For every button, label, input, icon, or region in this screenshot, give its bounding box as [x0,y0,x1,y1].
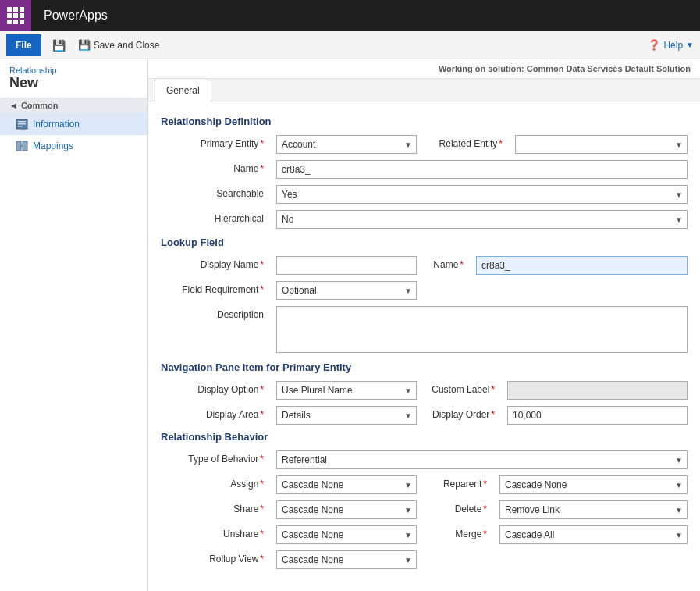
common-label: Common [21,101,59,110]
searchable-control: YesNo ▼ [276,185,688,204]
app-grid-button[interactable] [0,0,31,31]
delete-control: Remove LinkCascade AllCascade ActiveRest… [499,500,688,519]
lookup-name-input[interactable] [476,256,688,275]
custom-label-control [507,381,688,400]
sidebar-section-common[interactable]: ◄ Common [0,98,147,113]
primary-entity-label: Primary Entity* [161,135,270,149]
type-of-behavior-select[interactable]: ReferentialReferential, Restrict DeleteP… [276,450,688,469]
name-control [276,160,688,179]
description-textarea[interactable] [276,306,688,353]
collapse-icon: ◄ [9,101,18,110]
related-entity-control: ▼ [515,135,688,154]
assign-select[interactable]: Cascade NoneCascade AllCascade ActiveCas… [276,475,417,494]
content-area: Working on solution: Common Data Service… [148,59,700,591]
display-order-input[interactable] [507,406,688,425]
unshare-merge-row: Unshare* Cascade NoneCascade AllCascade … [161,525,688,544]
toolbar: File 💾 💾 Save and Close ❓ Help ▼ [0,31,700,59]
rollup-view-control: Cascade NoneCascade AllCascade ActiveCas… [276,550,417,569]
help-icon: ❓ [648,39,660,51]
share-select[interactable]: Cascade NoneCascade AllCascade ActiveCas… [276,500,417,519]
main-layout: Relationship New ◄ Common Information Ma… [0,59,700,591]
svg-rect-3 [18,126,23,127]
save-icon-button[interactable]: 💾 [48,36,70,55]
app-title: PowerApps [31,9,120,23]
svg-rect-5 [23,141,27,151]
type-of-behavior-row: Type of Behavior* ReferentialReferential… [161,450,688,469]
save-close-button[interactable]: 💾 Save and Close [73,36,165,54]
reparent-select-wrap: Cascade NoneCascade AllCascade ActiveCas… [499,475,688,494]
navigation-pane-title: Navigation Pane Item for Primary Entity [161,361,688,373]
sidebar-header: Relationship New [0,59,147,98]
lookup-field-title: Lookup Field [161,237,688,248]
rollup-view-label: Rollup View* [161,550,270,564]
merge-select-wrap: Cascade AllCascade NoneCascade Active ▼ [499,525,688,544]
lookup-display-name-control [276,256,417,275]
rollup-view-row: Rollup View* Cascade NoneCascade AllCasc… [161,550,688,569]
field-requirement-select[interactable]: OptionalBusiness RecommendedBusiness Req… [276,281,417,300]
field-requirement-label: Field Requirement* [161,281,270,295]
svg-rect-4 [16,141,21,151]
related-entity-select[interactable] [515,135,688,154]
sidebar-item-mappings[interactable]: Mappings [0,135,147,157]
help-dropdown-icon: ▼ [686,41,694,49]
lookup-name-label: Name* [423,256,470,270]
name-input[interactable] [276,160,688,179]
merge-select[interactable]: Cascade AllCascade NoneCascade Active [499,525,688,544]
assign-reparent-row: Assign* Cascade NoneCascade AllCascade A… [161,475,688,494]
display-order-control [507,406,688,425]
merge-control: Cascade AllCascade NoneCascade Active ▼ [499,525,688,544]
tab-general[interactable]: General [155,80,211,101]
assign-label: Assign* [161,475,270,490]
reparent-label: Reparent* [423,475,493,490]
unshare-control: Cascade NoneCascade AllCascade ActiveCas… [276,525,417,544]
display-option-select-wrap: Use Plural NameUse Custom LabelDo Not Di… [276,381,417,400]
description-control [276,306,688,355]
share-select-wrap: Cascade NoneCascade AllCascade ActiveCas… [276,500,417,519]
lookup-display-name-row: Display Name* Name* [161,256,688,275]
field-requirement-control: OptionalBusiness RecommendedBusiness Req… [276,281,417,300]
rollup-view-select-wrap: Cascade NoneCascade AllCascade ActiveCas… [276,550,417,569]
hierarchical-select-wrap: NoYes ▼ [276,210,688,229]
display-area-row: Display Area* DetailsMarketingSalesServi… [161,406,688,425]
mappings-icon [16,140,28,152]
save-icon: 💾 [52,39,66,52]
custom-label-label: Custom Label* [423,381,501,395]
display-area-select[interactable]: DetailsMarketingSalesService [276,406,417,425]
grid-icon [7,7,24,24]
hierarchical-label: Hierarchical [161,210,270,224]
share-label: Share* [161,500,270,514]
share-control: Cascade NoneCascade AllCascade ActiveCas… [276,500,417,519]
save-close-label: Save and Close [94,40,160,51]
delete-label: Delete* [423,500,493,514]
hierarchical-select[interactable]: NoYes [276,210,688,229]
primary-entity-select[interactable]: Account [276,135,417,154]
searchable-select[interactable]: YesNo [276,185,688,204]
sidebar: Relationship New ◄ Common Information Ma… [0,59,148,591]
searchable-row: Searchable YesNo ▼ [161,185,688,204]
lookup-display-name-label: Display Name* [161,256,270,270]
type-of-behavior-select-wrap: ReferentialReferential, Restrict DeleteP… [276,450,688,469]
display-area-label: Display Area* [161,406,270,420]
sidebar-item-mappings-label: Mappings [33,141,73,151]
sidebar-item-information[interactable]: Information [0,113,147,135]
type-of-behavior-label: Type of Behavior* [161,450,270,465]
help-button[interactable]: ❓ Help ▼ [648,39,694,51]
file-button[interactable]: File [6,34,41,56]
merge-label: Merge* [423,525,493,539]
relationship-definition-title: Relationship Definition [161,116,688,127]
delete-select[interactable]: Remove LinkCascade AllCascade ActiveRest… [499,500,688,519]
unshare-select[interactable]: Cascade NoneCascade AllCascade ActiveCas… [276,525,417,544]
primary-entity-control: Account ▼ [276,135,417,154]
sidebar-subtitle: Relationship [9,66,138,75]
sidebar-title: New [9,75,138,91]
related-entity-label: Related Entity* [423,135,509,149]
lookup-name-control [476,256,688,275]
svg-rect-2 [18,123,26,125]
custom-label-input[interactable] [507,381,688,400]
rollup-view-select[interactable]: Cascade NoneCascade AllCascade ActiveCas… [276,550,417,569]
lookup-display-name-input[interactable] [276,256,417,275]
help-label: Help [663,40,683,51]
display-option-select[interactable]: Use Plural NameUse Custom LabelDo Not Di… [276,381,417,400]
reparent-select[interactable]: Cascade NoneCascade AllCascade ActiveCas… [499,475,688,494]
display-area-control: DetailsMarketingSalesService ▼ [276,406,417,425]
